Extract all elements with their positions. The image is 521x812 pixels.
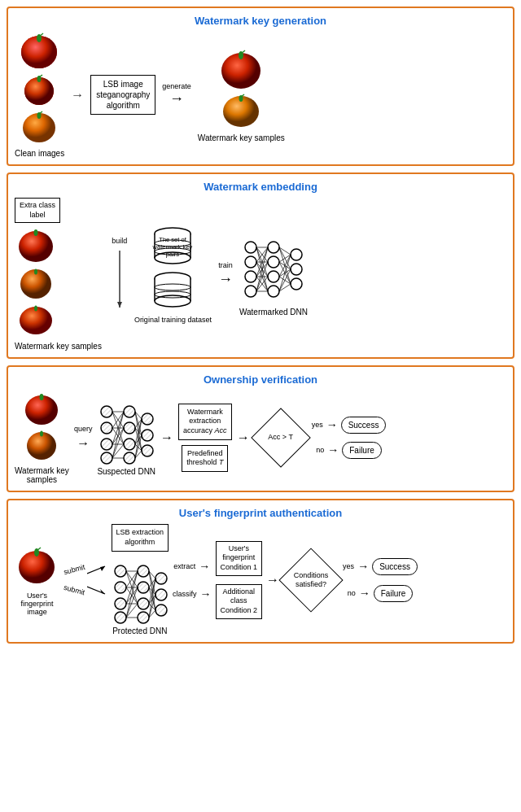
- panel3-diamond: Acc > T: [255, 412, 307, 464]
- svg-point-137: [138, 612, 149, 623]
- svg-point-20: [34, 269, 37, 275]
- p2-apple-3: [15, 303, 57, 337]
- svg-point-86: [101, 406, 112, 417]
- panel3-title: Ownership verification: [15, 373, 506, 386]
- submit-upper: submit: [63, 564, 107, 576]
- panel-watermark-embedding: Watermark embedding Extra classlabel: [7, 172, 514, 359]
- panel3-yes-label: yes: [312, 421, 323, 429]
- svg-point-88: [101, 439, 112, 450]
- p2-apple-1: [15, 226, 57, 264]
- watermark-key-images: [217, 48, 265, 129]
- extract-arrow-row: extract →: [173, 560, 210, 573]
- panel1-content: Clean images → LSB imagesteganographyalg…: [15, 32, 506, 158]
- extra-class-box: Extra classlabel: [15, 198, 60, 223]
- panel2-left: Extra classlabel: [15, 198, 102, 351]
- svg-point-138: [155, 573, 167, 584]
- generate-label: generate: [162, 82, 191, 90]
- svg-point-51: [291, 264, 302, 275]
- svg-point-139: [155, 589, 167, 600]
- submit-lower-arrow: [87, 584, 107, 596]
- wm-apple-2: [217, 93, 265, 129]
- neural-net-3: [99, 399, 154, 465]
- panel4-action-arrows: extract → classify →: [173, 560, 212, 600]
- panel2-nn: Watermarked DNN: [239, 233, 308, 317]
- svg-point-22: [34, 306, 37, 312]
- svg-marker-126: [100, 566, 105, 571]
- panel3-diamond-text: Acc > T: [268, 433, 293, 442]
- db-top: The set of watermark key pairs: [151, 225, 194, 270]
- panel3-outcomes: yes → Success no → Failure: [312, 417, 387, 459]
- build-label: build: [112, 237, 127, 245]
- panel-fingerprint-auth: User's fingerprint authentication User's…: [7, 499, 514, 643]
- classify-arrow-row: classify →: [173, 587, 212, 600]
- p2-apple-2: [15, 266, 57, 300]
- svg-point-43: [245, 256, 256, 268]
- svg-marker-24: [117, 302, 122, 308]
- panel1-left: Clean images: [15, 32, 64, 158]
- svg-point-131: [115, 582, 126, 593]
- panel4-protected-dnn: Protected DNN: [112, 558, 168, 635]
- build-arrow: [112, 247, 128, 312]
- panel4-submit-arrows: submit submit: [63, 564, 107, 596]
- neural-net-2: [241, 233, 306, 306]
- svg-point-133: [115, 612, 126, 623]
- panel4-condition-boxes: User'sfingerprintCondition 1 Additionalc…: [216, 541, 263, 619]
- panel3-threshold-box: Predefinedthreshold T: [182, 445, 228, 472]
- panel4-outcomes: yes → Success no → Failure: [343, 558, 418, 602]
- svg-point-45: [245, 286, 256, 297]
- p4-apple: [15, 544, 59, 587]
- panel2-title: Watermark embedding: [15, 181, 506, 193]
- panel2-db-stack: The set of watermark key pairs Original …: [134, 225, 212, 324]
- submit-upper-label: submit: [63, 563, 85, 577]
- condition1-box: User'sfingerprintCondition 1: [216, 541, 263, 576]
- svg-point-136: [138, 598, 149, 609]
- panel1-lsb-box: LSB imagesteganographyalgorithm: [90, 75, 155, 115]
- svg-point-82: [40, 394, 44, 400]
- panel3-apples: [21, 391, 62, 461]
- panel3-no-label: no: [316, 446, 324, 454]
- svg-point-50: [291, 249, 302, 260]
- panel4-no-branch: no → Failure: [348, 585, 414, 602]
- svg-point-42: [245, 242, 256, 253]
- panel4-lsb-box: LSB extractionalgorithm: [112, 524, 169, 551]
- panel4-no-label: no: [348, 589, 356, 597]
- db-bottom: [151, 272, 194, 312]
- svg-point-135: [138, 582, 149, 593]
- panel4-failure-box: Failure: [374, 585, 414, 602]
- apple-image-3: [17, 110, 62, 144]
- panel1-clean-images-label: Clean images: [15, 149, 64, 158]
- svg-point-18: [34, 229, 38, 236]
- panel2-db-label: Original training dataset: [134, 316, 212, 324]
- panel3-yes-branch: yes → Success: [312, 417, 387, 434]
- apple-image-1: [17, 32, 62, 71]
- svg-line-107: [112, 428, 124, 458]
- svg-point-94: [142, 413, 153, 425]
- main-container: Watermark key generation: [0, 0, 521, 650]
- condition2-box: AdditionalclassCondition 2: [216, 584, 263, 619]
- panel3-arrow3: →: [237, 430, 250, 445]
- panel1-generate-arrow: generate →: [162, 82, 191, 107]
- panel3-suspected-dnn: Suspected DNN: [97, 399, 155, 476]
- submit-upper-arrow: [87, 564, 107, 576]
- panel1-wm-key-label: Watermark key samples: [198, 133, 285, 142]
- panel1-arrow1: →: [71, 88, 84, 103]
- svg-point-84: [40, 431, 43, 437]
- submit-lower: submit: [63, 584, 107, 596]
- panel4-middle: LSB extractionalgorithm: [112, 524, 169, 635]
- panel3-query: query →: [74, 425, 93, 451]
- extract-label: extract: [173, 562, 195, 570]
- svg-point-44: [245, 271, 256, 282]
- panel3-content: Watermark keysamples query →: [15, 391, 506, 484]
- apple-images-group: [17, 32, 62, 144]
- svg-text:watermark key: watermark key: [152, 243, 193, 251]
- panel2-wm-dnn-label: Watermarked DNN: [239, 308, 308, 317]
- panel2-train-arrow: train →: [218, 261, 233, 288]
- classify-label: classify: [173, 590, 197, 598]
- panel-watermark-key-generation: Watermark key generation: [7, 7, 514, 166]
- svg-point-91: [124, 422, 135, 434]
- svg-text:The set of: The set of: [160, 236, 187, 243]
- svg-point-89: [101, 452, 112, 464]
- panel2-bracket: build: [112, 237, 128, 312]
- panel4-content: User'sfingerprintimage submit submit: [15, 524, 506, 635]
- panel4-title: User's fingerprint authentication: [15, 507, 506, 519]
